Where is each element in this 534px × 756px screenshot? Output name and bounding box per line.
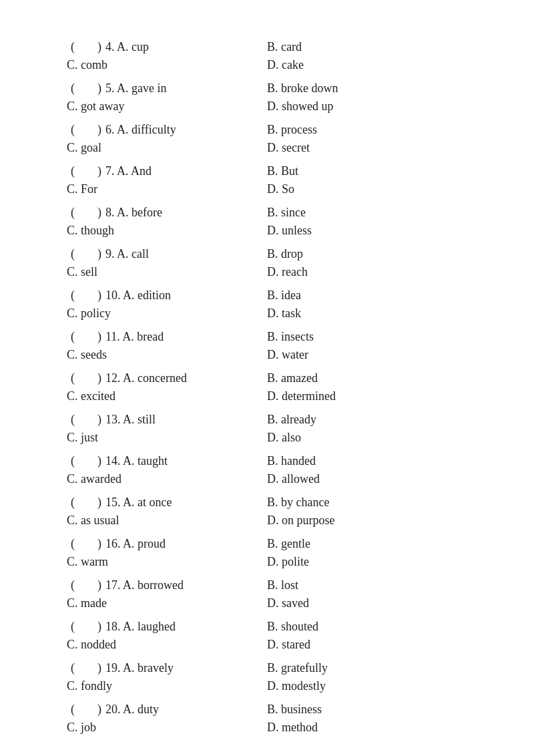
answer-row: C. jobD. method bbox=[67, 721, 467, 735]
close-paren: ) bbox=[93, 454, 105, 468]
close-paren: ) bbox=[93, 81, 105, 96]
open-paren: ( bbox=[67, 81, 79, 96]
close-paren: ) bbox=[93, 371, 105, 385]
open-paren: ( bbox=[67, 413, 79, 427]
open-paren: ( bbox=[67, 206, 79, 220]
question-left: ( )16. A. proud bbox=[67, 537, 267, 551]
blank-space bbox=[79, 537, 93, 551]
blank-space bbox=[79, 81, 93, 96]
question-right: B. handed bbox=[267, 454, 467, 468]
open-paren: ( bbox=[67, 661, 79, 675]
answer-row: C. sellD. reach bbox=[67, 265, 467, 279]
answer-row: C. awardedD. allowed bbox=[67, 472, 467, 486]
question-left: ( )4. A. cup bbox=[67, 40, 267, 54]
question-row: ( )19. A. bravelyB. gratefully bbox=[67, 661, 467, 675]
question-left: ( )14. A. taught bbox=[67, 454, 267, 468]
question-row: ( )9. A. callB. drop bbox=[67, 247, 467, 261]
open-paren: ( bbox=[67, 123, 79, 137]
answer-row: C. excitedD. determined bbox=[67, 389, 467, 403]
question-left: ( )8. A. before bbox=[67, 206, 267, 220]
close-paren: ) bbox=[93, 661, 105, 675]
question-row: ( )15. A. at onceB. by chance bbox=[67, 496, 467, 510]
blank-space bbox=[79, 703, 93, 717]
answer-right: D. reach bbox=[267, 265, 467, 279]
close-paren: ) bbox=[93, 330, 105, 344]
answer-left: C. excited bbox=[67, 389, 267, 403]
answer-right: D. task bbox=[267, 307, 467, 321]
blank-space bbox=[79, 578, 93, 592]
answer-right: D. polite bbox=[267, 555, 467, 569]
answer-row: C. justD. also bbox=[67, 431, 467, 445]
blank-space bbox=[79, 413, 93, 427]
question-left: ( )11. A. bread bbox=[67, 330, 267, 344]
quiz-container: ( )4. A. cupB. cardC. combD. cake( )5. A… bbox=[67, 40, 467, 735]
answer-left: C. got away bbox=[67, 100, 267, 114]
question-left: ( )20. A. duty bbox=[67, 703, 267, 717]
blank-space bbox=[79, 247, 93, 261]
blank-space bbox=[79, 371, 93, 385]
answer-right: D. on purpose bbox=[267, 514, 467, 528]
question-row: ( )13. A. stillB. already bbox=[67, 413, 467, 427]
question-row: ( )5. A. gave inB. broke down bbox=[67, 81, 467, 96]
question-left: ( )6. A. difficulty bbox=[67, 123, 267, 137]
open-paren: ( bbox=[67, 620, 79, 634]
close-paren: ) bbox=[93, 123, 105, 137]
answer-left: C. though bbox=[67, 224, 267, 238]
answer-left: C. made bbox=[67, 596, 267, 610]
close-paren: ) bbox=[93, 537, 105, 551]
question-right: B. gentle bbox=[267, 537, 467, 551]
answer-row: C. madeD. saved bbox=[67, 596, 467, 610]
answer-row: C. as usualD. on purpose bbox=[67, 514, 467, 528]
answer-left: C. For bbox=[67, 182, 267, 196]
open-paren: ( bbox=[67, 330, 79, 344]
answer-left: C. warm bbox=[67, 555, 267, 569]
question-left: ( )19. A. bravely bbox=[67, 661, 267, 675]
answer-left: C. as usual bbox=[67, 514, 267, 528]
blank-space bbox=[79, 40, 93, 54]
question-right: B. business bbox=[267, 703, 467, 717]
question-right: B. idea bbox=[267, 289, 467, 303]
answer-row: C. fondlyD. modestly bbox=[67, 679, 467, 693]
answer-row: C. combD. cake bbox=[67, 58, 467, 72]
answer-left: C. fondly bbox=[67, 679, 267, 693]
question-left: ( )18. A. laughed bbox=[67, 620, 267, 634]
answer-right: D. determined bbox=[267, 389, 467, 403]
answer-right: D. showed up bbox=[267, 100, 467, 114]
question-right: B. card bbox=[267, 40, 467, 54]
open-paren: ( bbox=[67, 40, 79, 54]
question-right: B. by chance bbox=[267, 496, 467, 510]
question-right: B. since bbox=[267, 206, 467, 220]
open-paren: ( bbox=[67, 578, 79, 592]
answer-row: C. got awayD. showed up bbox=[67, 100, 467, 114]
open-paren: ( bbox=[67, 454, 79, 468]
question-right: B. broke down bbox=[267, 81, 467, 96]
answer-left: C. awarded bbox=[67, 472, 267, 486]
answer-right: D. allowed bbox=[267, 472, 467, 486]
answer-right: D. cake bbox=[267, 58, 467, 72]
answer-right: D. modestly bbox=[267, 679, 467, 693]
question-left: ( )10. A. edition bbox=[67, 289, 267, 303]
open-paren: ( bbox=[67, 537, 79, 551]
question-right: B. already bbox=[267, 413, 467, 427]
open-paren: ( bbox=[67, 371, 79, 385]
question-right: B. insects bbox=[267, 330, 467, 344]
question-left: ( )7. A. And bbox=[67, 164, 267, 178]
close-paren: ) bbox=[93, 164, 105, 178]
question-row: ( )11. A. breadB. insects bbox=[67, 330, 467, 344]
question-left: ( )15. A. at once bbox=[67, 496, 267, 510]
question-row: ( )20. A. dutyB. business bbox=[67, 703, 467, 717]
question-right: B. process bbox=[267, 123, 467, 137]
close-paren: ) bbox=[93, 40, 105, 54]
answer-row: C. warmD. polite bbox=[67, 555, 467, 569]
question-right: B. gratefully bbox=[267, 661, 467, 675]
close-paren: ) bbox=[93, 206, 105, 220]
answer-row: C. thoughD. unless bbox=[67, 224, 467, 238]
close-paren: ) bbox=[93, 496, 105, 510]
answer-left: C. comb bbox=[67, 58, 267, 72]
answer-left: C. sell bbox=[67, 265, 267, 279]
answer-right: D. water bbox=[267, 348, 467, 362]
open-paren: ( bbox=[67, 247, 79, 261]
answer-row: C. policyD. task bbox=[67, 307, 467, 321]
answer-left: C. nodded bbox=[67, 638, 267, 652]
question-row: ( )8. A. beforeB. since bbox=[67, 206, 467, 220]
